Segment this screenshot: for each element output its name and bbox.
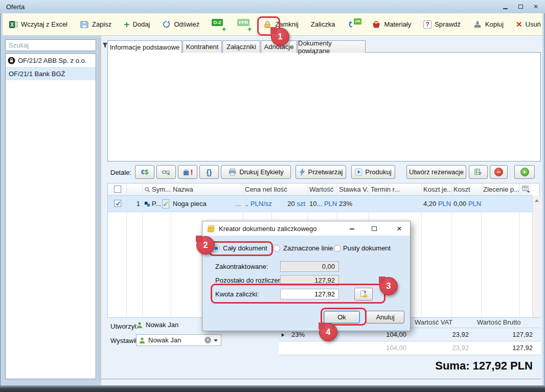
add-button[interactable]: + Dodaj <box>118 13 156 35</box>
dialog-close-button[interactable]: ✕ <box>395 224 404 233</box>
process-button[interactable]: Przetwarzaj <box>296 165 346 179</box>
grid-scrollbar[interactable] <box>532 196 540 317</box>
zakontraktowane-field: 0,00 <box>280 261 339 272</box>
kwota-zaliczki-input[interactable]: 127,92 <box>280 289 339 299</box>
remove-row-button[interactable]: − <box>490 165 508 179</box>
export-table-button[interactable] <box>469 165 488 179</box>
refresh-button[interactable]: Odśwież <box>156 13 206 35</box>
link-button[interactable] <box>156 165 176 179</box>
row-stawka-cell[interactable]: 23% <box>337 196 369 212</box>
minus-circle-icon: − <box>494 168 503 176</box>
zakontraktowane-label: Zakontraktowane: <box>215 262 268 272</box>
grid-line <box>421 183 422 317</box>
tab-kontrahent[interactable]: Kontrahent <box>183 40 222 53</box>
produce-button[interactable]: Produkuj <box>351 165 395 179</box>
chevron-down-icon[interactable] <box>212 335 219 345</box>
select-all-checkbox[interactable] <box>112 186 123 193</box>
dialog-titlebar: Kreator dokumentu zaliczkowego <box>202 221 410 236</box>
confirm-ok-button[interactable]: OK <box>341 13 366 35</box>
radio-pusty-dokument[interactable] <box>334 245 341 252</box>
process-label: Przetwarzaj <box>308 168 343 176</box>
braces-button[interactable]: {} <box>199 165 219 179</box>
minimize-button[interactable] <box>501 3 509 10</box>
printer-alert-icon: ! <box>183 168 193 176</box>
list-item[interactable]: OF/21/2 ABB Sp. z o.o. <box>6 54 96 67</box>
delete-button[interactable]: ✕ Usuń <box>510 13 545 35</box>
grid-line <box>126 183 127 317</box>
row-cena-cell[interactable]: .. PLN/szt <box>243 196 271 212</box>
column-header-koszt[interactable]: Koszt <box>451 183 481 195</box>
create-reservations-button[interactable]: Utwórz rezerwacje <box>406 165 466 179</box>
add-row-button[interactable]: + <box>514 165 535 179</box>
arrow-ok-icon: OK <box>347 19 359 30</box>
row-number: 1 <box>126 196 142 212</box>
tab-zalaczniki[interactable]: Załączniki <box>222 40 260 53</box>
vat-total-netto: 104,00 <box>350 341 411 355</box>
product-icon <box>144 200 151 207</box>
wystawil-field[interactable]: Nowak Jan ✕ <box>136 334 221 346</box>
footer-divider <box>101 379 541 379</box>
row-marker-icon <box>281 333 285 337</box>
printer-alert-button[interactable]: ! <box>178 165 197 179</box>
load-from-excel-button[interactable]: X Wczytaj z Excel <box>3 13 74 35</box>
dialog-title: Kreator dokumentu zaliczkowego <box>219 225 317 233</box>
edit-pencil-icon[interactable] <box>162 199 169 209</box>
row-koszt-jedn-cell[interactable]: 4,20 PLN <box>421 196 451 212</box>
person-icon <box>136 321 143 329</box>
column-header-stawka[interactable]: Stawka V... <box>337 183 369 195</box>
close-button[interactable]: ✕ <box>532 3 540 10</box>
column-header-wartosc[interactable]: Wartość <box>307 183 337 195</box>
vat-total-row: 104,00 23,92 127,92 <box>279 341 541 355</box>
vat-total-brutto: 127,92 <box>473 341 537 355</box>
fpr-add-button[interactable]: FPR + <box>231 13 257 35</box>
dialog-maximize-button[interactable] <box>370 224 379 233</box>
fpr-plus-icon: FPR + <box>237 19 251 30</box>
list-item-selected[interactable]: OF/21/1 Bank BGŻ <box>6 67 96 80</box>
delete-label: Usuń <box>526 20 541 28</box>
check-button[interactable]: ? Sprawdź <box>417 13 467 35</box>
add-advance-doc-button[interactable] <box>354 288 373 301</box>
oz-plus-icon: O-Z + <box>212 19 225 30</box>
ellipsis-more[interactable]: ... <box>235 196 241 212</box>
materials-button[interactable]: Materiały <box>366 13 417 35</box>
column-header-cena[interactable]: Cena net... <box>243 183 271 195</box>
row-nazwa-cell[interactable]: Noga pieca ... <box>171 196 243 212</box>
basket-icon <box>372 20 381 29</box>
column-header-ilosc[interactable]: Ilość <box>271 183 307 195</box>
advance-payment-button[interactable]: Zaliczka <box>305 13 342 35</box>
row-ilosc-cell[interactable]: 20 szt <box>271 196 307 212</box>
tab-dokumenty-powiazane[interactable]: Dokumenty powiązane <box>298 40 366 53</box>
dialog-ok-button[interactable]: Ok <box>324 311 360 324</box>
print-labels-button[interactable]: Drukuj Etykiety <box>221 165 291 179</box>
row-sym-cell[interactable]: P... <box>142 196 171 212</box>
save-button[interactable]: Zapisz <box>74 13 118 35</box>
column-header-sym[interactable]: Sym... <box>142 183 171 195</box>
tab-informacje-podstawowe[interactable]: Informacje podstawowe <box>107 40 182 53</box>
add-label: Dodaj <box>132 20 150 28</box>
search-input[interactable] <box>6 41 102 49</box>
column-header-koszt-jedn[interactable]: Koszt je... <box>421 183 451 195</box>
column-header-termin[interactable]: Termin r... <box>369 183 421 195</box>
dialog-minimize-button[interactable] <box>347 224 356 233</box>
column-header-nazwa[interactable]: Nazwa <box>171 183 243 195</box>
save-label: Zapisz <box>92 20 111 28</box>
currency-exchange-button[interactable]: €$ <box>135 165 154 179</box>
panel-splitter[interactable] <box>98 38 101 381</box>
column-header-zlecenie[interactable]: Zlecenie p... <box>481 183 519 195</box>
radio-pusty-dokument-label: Pusty dokument <box>343 243 391 253</box>
table-row[interactable]: 1 P... Noga pieca ... .. PLN/szt 20 szt … <box>108 196 532 212</box>
copy-button[interactable]: Kopiuj <box>467 13 510 35</box>
window-bottom-edge <box>0 385 545 392</box>
radio-zaznaczone-linie[interactable] <box>273 245 280 252</box>
question-icon: ? <box>423 20 432 29</box>
maximize-button[interactable] <box>516 3 525 10</box>
scroll-up-icon[interactable] <box>533 197 540 204</box>
row-checkbox[interactable] <box>112 200 123 207</box>
row-koszt-cell[interactable]: 0,00 PLN <box>451 196 481 212</box>
column-chooser-icon[interactable] <box>520 186 532 193</box>
oz-add-button[interactable]: O-Z + <box>206 13 231 35</box>
clear-icon[interactable]: ✕ <box>205 337 211 343</box>
dialog-anuluj-button[interactable]: Anuluj <box>366 311 404 324</box>
load-from-excel-label: Wczytaj z Excel <box>21 20 67 28</box>
row-wartosc-cell[interactable]: 10... PLN <box>307 196 337 212</box>
